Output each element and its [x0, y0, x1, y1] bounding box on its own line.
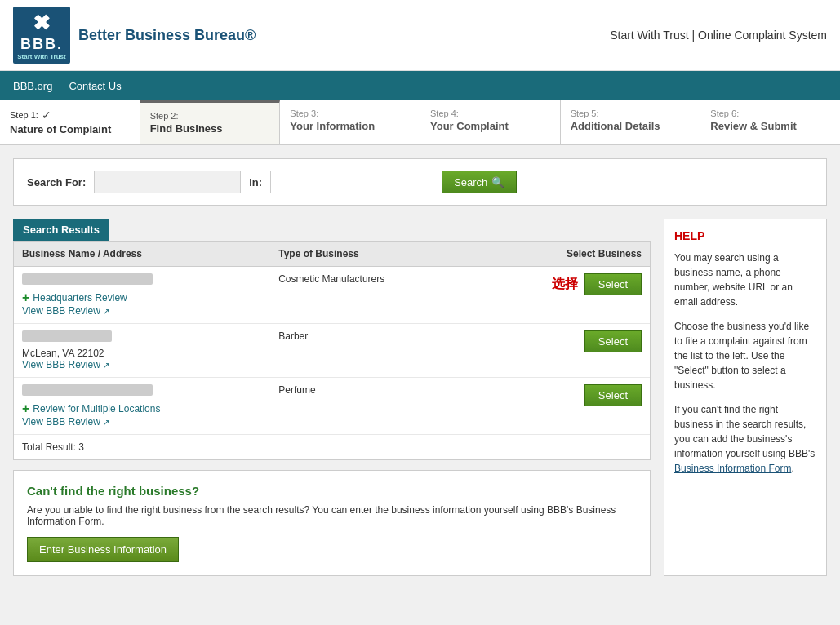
step-3-label: Your Information — [290, 120, 410, 132]
search-bar: Search For: In: Search 🔍 — [13, 158, 827, 206]
site-title: Better Business Bureau® — [78, 27, 256, 44]
total-row: Total Result: 3 — [14, 435, 650, 460]
row2-select-cell: Select — [473, 324, 650, 378]
step-4: Step 4: Your Complaint — [420, 100, 561, 144]
row3-select-cell: Select — [473, 378, 650, 435]
step-6-num: Step 6: — [710, 109, 830, 118]
help-paragraph-3-prefix: If you can't find the right business in … — [674, 404, 815, 459]
step-4-label: Your Complaint — [430, 120, 550, 132]
step-1-num: Step 1: ✓ — [10, 109, 130, 122]
in-label: In: — [249, 176, 262, 188]
results-tab-label: Search Results — [13, 219, 109, 241]
logo-sub-text: Start With Trust — [17, 53, 65, 60]
in-input[interactable] — [270, 171, 433, 193]
results-table-wrapper: Business Name / Address Type of Business… — [13, 241, 651, 460]
row1-select-cell: 选择 Select — [473, 267, 650, 324]
results-panel: Search Results Business Name / Address T… — [13, 219, 651, 576]
row3-select-button[interactable]: Select — [584, 384, 642, 406]
plus-icon-3: + — [22, 401, 29, 416]
step-1: Step 1: ✓ Nature of Complaint — [0, 100, 140, 144]
table-row: McLean, VA 22102 View BBB Review ↗ Barbe… — [14, 324, 650, 378]
content-area: Search Results Business Name / Address T… — [13, 219, 827, 576]
row3-business: + Review for Multiple Locations View BBB… — [14, 378, 270, 435]
help-title: HELP — [674, 229, 816, 242]
step-3-num: Step 3: — [290, 109, 410, 118]
header-tagline: Start With Trust | Online Complaint Syst… — [610, 29, 827, 42]
total-result: Total Result: 3 — [14, 435, 650, 460]
col-type: Type of Business — [270, 242, 473, 267]
bbb-logo: ✖ BBB. Start With Trust — [13, 7, 70, 64]
row1-name-blurred — [22, 273, 153, 285]
business-info-form-link[interactable]: Business Information Form — [674, 463, 791, 474]
row1-view-link[interactable]: View BBB Review ↗ — [22, 305, 109, 317]
step-5-label: Additional Details — [571, 120, 691, 132]
row2-view-link[interactable]: View BBB Review ↗ — [22, 359, 109, 370]
steps-bar: Step 1: ✓ Nature of Complaint Step 2: Fi… — [0, 100, 840, 145]
cant-find-title: Can't find the right business? — [27, 484, 637, 498]
results-table: Business Name / Address Type of Business… — [14, 242, 650, 459]
row2-select-button[interactable]: Select — [584, 330, 642, 352]
row2-name-blurred — [22, 330, 112, 342]
step-4-num: Step 4: — [430, 109, 550, 118]
logo-bbb-text: BBB. — [20, 36, 63, 53]
nav-link-contact-us[interactable]: Contact Us — [69, 80, 121, 92]
results-tab: Search Results — [13, 219, 651, 241]
row1-type: Cosmetic Manufacturers — [270, 267, 473, 324]
help-panel: HELP You may search using a business nam… — [664, 219, 827, 576]
table-row: + Review for Multiple Locations View BBB… — [14, 378, 650, 435]
help-paragraph-1: You may search using a business name, a … — [674, 250, 816, 309]
col-select: Select Business — [473, 242, 650, 267]
search-for-label: Search For: — [27, 176, 86, 188]
help-paragraph-2: Choose the business you'd like to file a… — [674, 319, 816, 392]
row3-type: Perfume — [270, 378, 473, 435]
step-6-label: Review & Submit — [710, 120, 830, 132]
step-1-check-icon: ✓ — [42, 109, 51, 122]
help-paragraph-3-suffix: . — [791, 463, 793, 474]
cant-find-text: Are you unable to find the right busines… — [27, 504, 637, 527]
row2-type: Barber — [270, 324, 473, 378]
enter-business-info-button[interactable]: Enter Business Information — [27, 537, 179, 562]
search-for-input[interactable] — [94, 171, 241, 193]
step-1-label: Nature of Complaint — [10, 123, 130, 135]
page-header: ✖ BBB. Start With Trust Better Business … — [0, 0, 840, 71]
row3-view-link[interactable]: View BBB Review ↗ — [22, 416, 109, 428]
row2-address: McLean, VA 22102 — [22, 348, 262, 359]
search-icon: 🔍 — [491, 176, 504, 188]
row3-name-blurred — [22, 384, 153, 396]
step-6: Step 6: Review & Submit — [700, 100, 840, 144]
search-button-label: Search — [454, 176, 487, 188]
row1-hq-link[interactable]: + Headquarters Review — [22, 290, 262, 305]
help-paragraph-3: If you can't find the right business in … — [674, 402, 816, 476]
nav-bar: BBB.org Contact Us — [0, 71, 840, 100]
row3-review-link[interactable]: + Review for Multiple Locations — [22, 401, 262, 416]
row1-business: + Headquarters Review View BBB Review ↗ — [14, 267, 270, 324]
external-link-icon-2: ↗ — [103, 361, 109, 370]
row1-select-button[interactable]: Select — [584, 273, 642, 295]
logo-area: ✖ BBB. Start With Trust Better Business … — [13, 7, 256, 64]
cant-find-section: Can't find the right business? Are you u… — [13, 470, 651, 576]
step-2-num: Step 2: — [150, 111, 270, 121]
row1-chinese-text: 选择 — [552, 276, 578, 293]
step-5: Step 5: Additional Details — [561, 100, 701, 144]
main-content: Search For: In: Search 🔍 Search Results … — [0, 145, 840, 589]
search-button[interactable]: Search 🔍 — [442, 171, 517, 193]
step-5-num: Step 5: — [571, 109, 691, 118]
step-2: Step 2: Find Business — [140, 100, 281, 144]
plus-icon-1: + — [22, 290, 29, 305]
external-link-icon-1: ↗ — [103, 307, 109, 316]
table-row: + Headquarters Review View BBB Review ↗ — [14, 267, 650, 324]
external-link-icon-3: ↗ — [103, 418, 109, 427]
nav-link-bbb-org[interactable]: BBB.org — [13, 80, 52, 92]
step-2-label: Find Business — [150, 122, 270, 135]
col-business-name: Business Name / Address — [14, 242, 270, 267]
row2-business: McLean, VA 22102 View BBB Review ↗ — [14, 324, 270, 378]
step-3: Step 3: Your Information — [280, 100, 420, 144]
